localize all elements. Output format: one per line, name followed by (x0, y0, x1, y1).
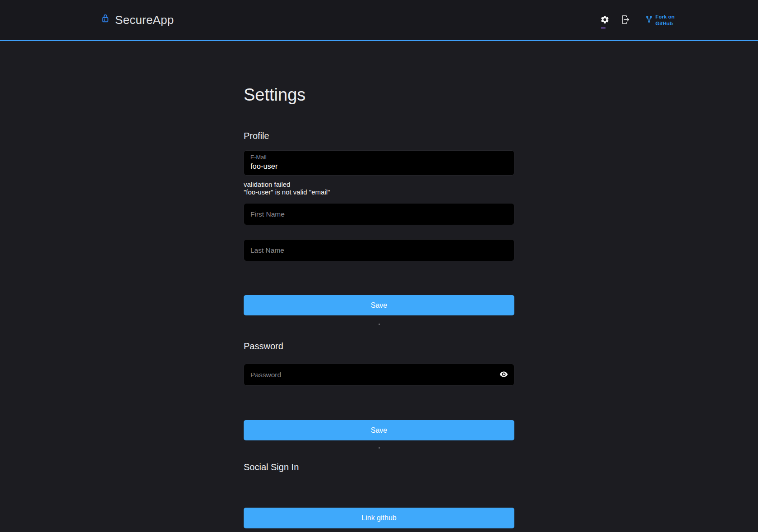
settings-nav-button[interactable] (597, 11, 613, 29)
gear-icon (600, 15, 610, 26)
validation-error-line2: "foo-user" is not valid "email" (244, 188, 514, 196)
show-password-button[interactable] (495, 367, 512, 383)
section-divider-dot (379, 447, 380, 449)
eye-icon (499, 370, 508, 380)
first-name-input[interactable] (244, 203, 514, 225)
validation-error: validation failed "foo-user" is not vali… (244, 180, 514, 196)
section-divider-dot (379, 324, 380, 325)
lock-icon (100, 13, 111, 23)
fork-link-label: Fork on GitHub (656, 14, 675, 27)
app-title: SecureApp (115, 13, 174, 27)
header-actions: Fork on GitHub (597, 11, 675, 29)
password-section-title: Password (244, 341, 514, 352)
password-field (244, 364, 514, 386)
active-route-indicator (601, 28, 605, 28)
email-field-label: E-Mail (250, 154, 508, 161)
social-section-title: Social Sign In (244, 462, 514, 472)
email-input[interactable] (250, 162, 508, 171)
profile-save-button[interactable]: Save (244, 295, 514, 315)
app-header: SecureApp (0, 0, 758, 41)
fork-icon (645, 15, 653, 25)
settings-page: Settings Profile E-Mail validation faile… (244, 41, 514, 528)
app-brand[interactable]: SecureApp (100, 13, 174, 27)
fork-on-github-link[interactable]: Fork on GitHub (645, 14, 675, 27)
logout-icon (621, 15, 630, 26)
validation-error-line1: validation failed (244, 180, 514, 188)
email-field[interactable]: E-Mail (244, 150, 514, 176)
password-input[interactable] (244, 364, 514, 386)
link-github-button[interactable]: Link github (244, 508, 514, 528)
logout-button[interactable] (618, 11, 633, 29)
page-title: Settings (244, 85, 514, 105)
profile-section-title: Profile (244, 131, 514, 141)
password-save-button[interactable]: Save (244, 420, 514, 440)
last-name-input[interactable] (244, 239, 514, 261)
